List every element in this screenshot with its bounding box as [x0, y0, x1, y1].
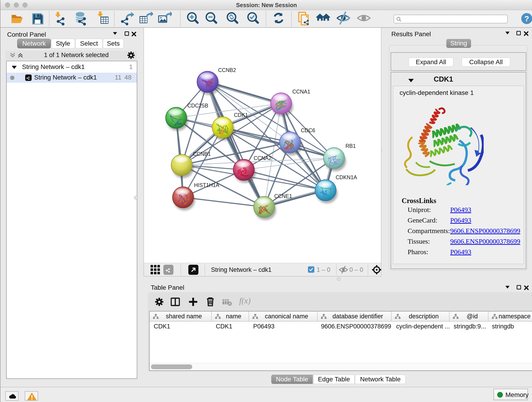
svg-text:RB1: RB1 [346, 143, 356, 149]
svg-text:HIST1H1A: HIST1H1A [194, 182, 220, 188]
svg-text:CCNB2: CCNB2 [218, 67, 236, 73]
svg-text:CDC6: CDC6 [301, 128, 315, 133]
svg-text:CDC25B: CDC25B [187, 103, 208, 109]
svg-text:CCNE1: CCNE1 [274, 193, 292, 199]
svg-text:CDK1: CDK1 [234, 112, 248, 118]
svg-text:CDKN1A: CDKN1A [336, 174, 357, 180]
svg-text:CCNB1: CCNB1 [193, 151, 211, 157]
svg-text:CCNA2: CCNA2 [254, 155, 272, 161]
svg-text:CCNA1: CCNA1 [292, 89, 310, 95]
